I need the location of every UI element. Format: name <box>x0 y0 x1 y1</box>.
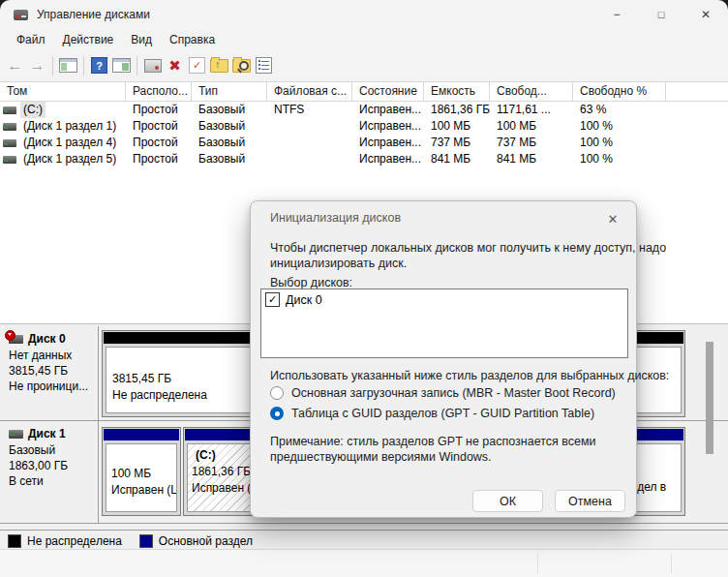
disk-listbox[interactable]: ✓ Диск 0 <box>260 288 628 358</box>
maximize-button[interactable]: □ <box>639 0 683 29</box>
folder-up-icon[interactable]: ↑ <box>208 54 230 77</box>
gpt-option[interactable]: Таблица с GUID разделов (GPT - GUID Part… <box>270 407 594 420</box>
checklist-icon[interactable] <box>253 54 275 77</box>
volume-name: (Диск 1 раздел 4) <box>20 135 119 151</box>
legend-unallocated: Не распределена <box>27 534 122 548</box>
disk1-info-panel[interactable]: Диск 1 Базовый 1863,00 ГБ В сети <box>2 421 99 523</box>
menubar: Файл Действие Вид Справка <box>0 29 728 50</box>
minimize-button[interactable]: − <box>594 0 639 29</box>
disk1-size: 1863,00 ГБ <box>9 458 98 473</box>
disk-icon <box>9 430 23 439</box>
dialog-title: Инициализация дисков <box>270 211 401 225</box>
titlebar: Управление дисками − □ ✕ <box>0 0 728 29</box>
volume-icon <box>3 123 16 131</box>
primary-partition-swatch <box>139 534 153 548</box>
menu-help[interactable]: Справка <box>161 33 224 46</box>
volume-icon <box>3 106 16 114</box>
ok-button[interactable]: ОК <box>472 490 543 512</box>
dialog-close-icon[interactable]: ✕ <box>602 208 623 229</box>
console-tree-icon[interactable] <box>57 54 79 77</box>
disk1-status: В сети <box>9 473 98 489</box>
toolbar-separator <box>52 56 53 76</box>
mark-active-icon[interactable]: ✓ <box>186 54 208 77</box>
status-strip <box>0 549 728 577</box>
properties-icon[interactable] <box>141 54 164 77</box>
column-header-status[interactable]: Состояние <box>352 82 424 101</box>
mbr-radio[interactable] <box>270 386 284 400</box>
screen: Управление дисками − □ ✕ Файл Действие В… <box>0 0 728 577</box>
toolbar: ← → ? ✖ ✓ ↑ <box>0 50 728 80</box>
disk-management-window: Управление дисками − □ ✕ Файл Действие В… <box>0 0 728 577</box>
table-row[interactable]: (Диск 1 раздел 4) Простой Базовый Исправ… <box>0 135 728 151</box>
back-icon[interactable]: ← <box>4 54 26 77</box>
volume-icon <box>3 156 16 164</box>
cancel-button[interactable]: Отмена <box>555 490 625 512</box>
column-header-layout[interactable]: Располо... <box>126 82 192 101</box>
help-icon[interactable]: ? <box>88 54 110 77</box>
mbr-label: Основная загрузочная запись (MBR - Maste… <box>291 386 616 400</box>
forward-icon[interactable]: → <box>26 54 48 77</box>
disk-uninitialized-icon <box>9 335 23 344</box>
initialize-disks-dialog: Инициализация дисков ✕ Чтобы диспетчер л… <box>250 200 637 518</box>
disk0-status: Не проиници... <box>9 379 98 394</box>
dialog-intro-line1: Чтобы диспетчер локальных дисков мог пол… <box>270 240 666 256</box>
legend-primary-partition: Основной раздел <box>159 534 253 548</box>
close-button[interactable]: ✕ <box>683 0 728 29</box>
menu-action[interactable]: Действие <box>54 33 123 46</box>
partition-style-label: Использовать указанный ниже стиль раздел… <box>270 368 669 383</box>
dialog-note-line1: Примечание: стиль разделов GPT не распоз… <box>270 434 596 449</box>
column-header-free[interactable]: Свобод... <box>490 82 573 101</box>
window-controls: − □ ✕ <box>594 0 728 29</box>
menu-file[interactable]: Файл <box>8 33 54 46</box>
disk0-name: Диск 0 <box>28 332 66 346</box>
column-header-capacity[interactable]: Емкость <box>424 82 490 101</box>
toolbar-separator <box>136 56 137 76</box>
primary-partition-band <box>104 429 179 440</box>
column-header-type[interactable]: Тип <box>192 82 267 101</box>
partition1-size: 100 МБ <box>106 444 176 482</box>
table-row[interactable]: (Диск 1 раздел 5) Простой Базовый Исправ… <box>0 151 728 167</box>
volume-name: (Диск 1 раздел 5) <box>20 151 119 167</box>
dialog-intro-line2: инициализировать диск. <box>270 256 407 271</box>
action-pane-icon[interactable] <box>110 54 133 77</box>
delete-icon[interactable]: ✖ <box>164 54 186 77</box>
app-icon <box>14 10 28 20</box>
table-row[interactable]: (Диск 1 раздел 1) Простой Базовый Исправ… <box>0 118 728 135</box>
disk0-checkbox[interactable]: ✓ <box>265 292 280 307</box>
disk0-size: 3815,45 ГБ <box>9 363 98 379</box>
dialog-note-line2: предшествующими версиями Windows. <box>270 449 492 465</box>
mbr-option[interactable]: Основная загрузочная запись (MBR - Maste… <box>270 386 616 400</box>
volume-name: (C:) <box>20 102 46 118</box>
column-header-filesystem[interactable]: Файловая с... <box>267 82 352 101</box>
disk1-name: Диск 1 <box>28 427 66 440</box>
disk1-type: Базовый <box>9 442 98 458</box>
volume-name: (Диск 1 раздел 1) <box>20 118 119 135</box>
column-header-free-pct[interactable]: Свободно % <box>573 82 666 101</box>
disk1-partition1-block[interactable]: 100 МБ Исправен (Ц <box>102 427 181 516</box>
disk0-info-panel[interactable]: Диск 0 Нет данных 3815,45 ГБ Не проиници… <box>2 326 99 420</box>
folder-search-icon[interactable] <box>230 54 253 77</box>
volume-icon <box>3 139 16 147</box>
column-header-volume[interactable]: Том <box>0 82 126 101</box>
window-title: Управление дисками <box>37 8 150 21</box>
list-item-disk0[interactable]: ✓ Диск 0 <box>261 289 627 307</box>
table-row[interactable]: (C:) Простой Базовый NTFS Исправен... 18… <box>0 102 728 118</box>
unallocated-swatch <box>8 534 21 548</box>
volume-list-header: Том Располо... Тип Файловая с... Состоян… <box>0 82 728 102</box>
disk0-type: Нет данных <box>9 348 98 363</box>
column-header-empty <box>666 82 728 101</box>
gpt-label: Таблица с GUID разделов (GPT - GUID Part… <box>291 407 594 420</box>
vertical-scrollbar-thumb[interactable] <box>706 342 713 454</box>
gpt-radio[interactable] <box>270 407 284 420</box>
disk0-checkbox-label: Диск 0 <box>286 293 322 307</box>
toolbar-separator <box>83 56 84 76</box>
menu-view[interactable]: Вид <box>122 33 161 46</box>
partition1-status: Исправен (Ц <box>106 482 176 499</box>
